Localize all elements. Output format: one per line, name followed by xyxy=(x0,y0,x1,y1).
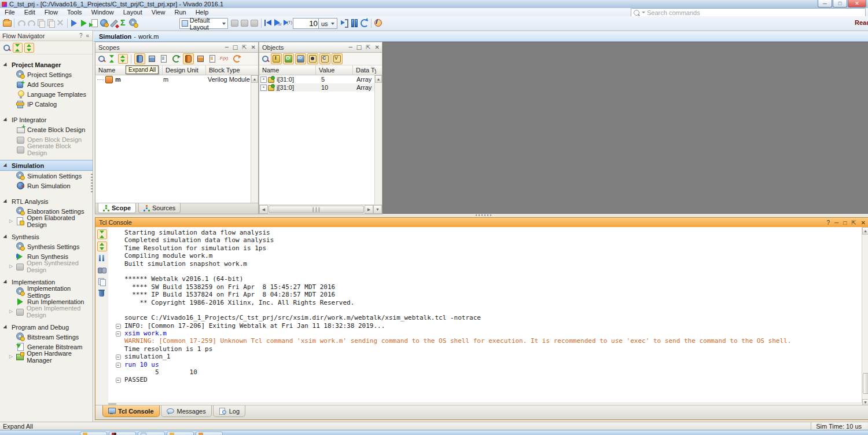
scroll-right-icon[interactable]: ▶ xyxy=(365,205,373,214)
menu-help[interactable]: Help xyxy=(191,8,214,16)
redo-icon[interactable] xyxy=(26,18,36,28)
project-settings-icon[interactable] xyxy=(128,18,138,28)
fold-marker-icon[interactable] xyxy=(116,378,121,383)
expand-all-icon[interactable] xyxy=(118,54,128,64)
expand-icon[interactable]: + xyxy=(260,76,267,83)
show-instances-icon[interactable] xyxy=(146,53,157,64)
tab-log[interactable]: Log xyxy=(213,405,245,417)
minimize-panel-icon[interactable]: ─ xyxy=(834,220,838,226)
sidebar-item-language-templates[interactable]: Language Templates xyxy=(0,89,93,99)
sidebar-splitter[interactable] xyxy=(91,174,93,193)
expand-all-icon[interactable] xyxy=(24,43,34,53)
expand-icon[interactable]: + xyxy=(260,85,267,91)
step-icon[interactable] xyxy=(340,18,350,28)
expand-arrow-icon[interactable]: ▷ xyxy=(9,354,14,359)
section-ip-integrator[interactable]: IP Integrator xyxy=(0,115,93,125)
scroll-left-icon[interactable]: ◀ xyxy=(259,205,268,214)
expand-arrow-icon[interactable]: ▷ xyxy=(9,218,14,224)
close-panel-icon[interactable]: ✕ xyxy=(375,43,380,52)
object-row-j[interactable]: + j[31:0] 10 Array xyxy=(259,83,382,92)
tab-tcl-console[interactable]: Tcl Console xyxy=(102,405,160,417)
undo-icon[interactable] xyxy=(16,18,26,28)
sidebar-item-run-simulation[interactable]: Run Simulation xyxy=(0,181,93,191)
show-vhdl-instances-icon[interactable] xyxy=(195,53,206,64)
pause-icon[interactable] xyxy=(350,18,359,28)
section-collapse-icon[interactable] xyxy=(3,280,8,285)
section-collapse-icon[interactable] xyxy=(3,118,8,123)
collapse-all-icon[interactable] xyxy=(97,229,107,239)
sidebar-item-open-implemented-design[interactable]: ▷Open Implemented Design xyxy=(0,306,93,316)
tcl-console-output[interactable]: Starting simulation data flow analysisCo… xyxy=(108,227,862,405)
taskbar-button[interactable] xyxy=(196,432,223,435)
sidebar-item-project-settings[interactable]: Project Settings xyxy=(0,70,93,79)
break-icon[interactable] xyxy=(373,18,383,28)
menu-layout[interactable]: Layout xyxy=(119,8,147,16)
show-vhdl-loops-icon[interactable] xyxy=(231,53,242,64)
float-panel-icon[interactable]: ⇱ xyxy=(366,43,370,52)
sidebar-item-bitstream-settings[interactable]: Bitstream Settings xyxy=(0,332,93,342)
maximize-panel-icon[interactable]: □ xyxy=(233,43,238,52)
column-name[interactable]: Name xyxy=(259,65,316,75)
help-icon[interactable]: ? xyxy=(79,32,83,39)
sidebar-item-open-hardware-manager[interactable]: ▷Open Hardware Manager xyxy=(0,352,93,361)
copy-icon[interactable] xyxy=(97,277,106,286)
tab-scope[interactable]: Scope xyxy=(98,203,136,213)
show-constants-icon[interactable] xyxy=(319,53,330,64)
show-vhdl-modules-icon[interactable] xyxy=(183,53,194,64)
settings-tools-icon[interactable] xyxy=(109,18,119,28)
float-panel-icon[interactable]: ⇱ xyxy=(242,43,247,52)
maximize-panel-icon[interactable]: □ xyxy=(843,220,847,226)
fold-marker-icon[interactable] xyxy=(116,331,121,337)
section-synthesis[interactable]: Synthesis xyxy=(0,232,93,242)
maximize-panel-icon[interactable]: □ xyxy=(356,43,362,52)
menu-window[interactable]: Window xyxy=(87,8,119,16)
show-inouts-icon[interactable] xyxy=(295,53,306,64)
sidebar-item-ip-catalog[interactable]: IP Catalog xyxy=(0,99,93,109)
object-row-i[interactable]: + i[31:0] 5 Array xyxy=(259,75,382,83)
report-sum-icon[interactable] xyxy=(119,18,128,28)
maximize-button[interactable]: □ xyxy=(833,0,847,8)
horizontal-splitter-handle[interactable] xyxy=(476,214,493,216)
sidebar-item-synthesis-settings[interactable]: Synthesis Settings xyxy=(0,242,93,251)
section-simulation[interactable]: Simulation xyxy=(0,160,93,171)
relaunch-icon[interactable] xyxy=(359,18,369,28)
show-internal-signals-icon[interactable] xyxy=(307,53,318,64)
show-variables-icon[interactable] xyxy=(332,53,343,64)
menu-tools[interactable]: Tools xyxy=(62,8,87,16)
sidebar-item-open-synthesized-design[interactable]: ▷Open Synthesized Design xyxy=(0,261,93,271)
show-vhdl-processes-icon[interactable] xyxy=(207,53,218,64)
pause-output-icon[interactable] xyxy=(97,254,106,263)
help-icon[interactable]: ? xyxy=(827,220,830,226)
fold-marker-icon[interactable] xyxy=(116,354,121,360)
taskbar-button[interactable] xyxy=(109,432,136,435)
column-data-type[interactable]: Data Type xyxy=(353,65,376,75)
sidebar-item-add-sources[interactable]: Add Sources xyxy=(0,79,93,89)
close-panel-icon[interactable]: ✕ xyxy=(251,43,256,52)
collapse-panel-icon[interactable]: « xyxy=(86,32,89,39)
scopes-vertical-scrollbar[interactable]: ▲ xyxy=(251,75,258,204)
minimize-panel-icon[interactable]: ─ xyxy=(349,43,352,52)
open-file-icon[interactable] xyxy=(2,18,12,28)
section-collapse-icon[interactable] xyxy=(3,325,8,330)
taskbar-button[interactable] xyxy=(138,432,165,435)
scrollbar-thumb[interactable] xyxy=(863,373,868,394)
fold-marker-icon[interactable] xyxy=(116,324,121,329)
expand-arrow-icon[interactable]: ▷ xyxy=(9,309,14,314)
fold-marker-icon[interactable] xyxy=(116,363,121,368)
restart-simulation-icon[interactable] xyxy=(263,18,273,28)
section-collapse-icon[interactable] xyxy=(3,63,8,68)
collapse-all-icon[interactable] xyxy=(107,54,117,64)
section-program-and-debug[interactable]: Program and Debug xyxy=(0,322,93,332)
section-project-manager[interactable]: Project Manager xyxy=(0,60,93,70)
section-rtl-analysis[interactable]: RTL Analysis xyxy=(0,196,93,206)
show-outputs-icon[interactable] xyxy=(283,53,294,64)
search-icon[interactable] xyxy=(97,54,106,63)
objects-horizontal-scrollbar[interactable]: ◀ ┃┃┃ ▶ ▼ xyxy=(259,204,382,214)
minimize-panel-icon[interactable]: ─ xyxy=(225,43,229,52)
console-vertical-scrollbar[interactable]: ▲ ▼ xyxy=(862,227,868,405)
scroll-up-icon[interactable]: ▲ xyxy=(375,75,382,83)
objects-vertical-scrollbar[interactable]: ▲ xyxy=(374,75,382,205)
show-modules-icon[interactable] xyxy=(134,53,145,64)
taskbar-button[interactable] xyxy=(167,432,194,435)
column-value[interactable]: Value xyxy=(316,65,353,75)
